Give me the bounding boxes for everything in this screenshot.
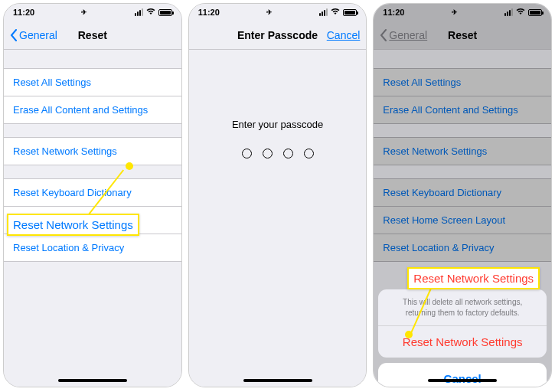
sheet-message: This will delete all network settings, r… — [378, 289, 547, 326]
annotation-callout: Reset Network Settings — [407, 267, 540, 289]
chevron-left-icon — [10, 29, 18, 41]
annotation-dot — [126, 162, 133, 170]
reset-keyboard-dictionary: Reset Keyboard Dictionary — [374, 178, 551, 207]
sheet-cancel-button[interactable]: Cancel — [378, 363, 547, 387]
status-time: 11:20 — [13, 8, 34, 17]
cellular-icon — [135, 8, 143, 16]
erase-all-content[interactable]: Erase All Content and Settings — [4, 96, 181, 124]
nav-title: Reset — [448, 29, 477, 41]
back-button[interactable]: General — [10, 29, 57, 41]
home-indicator[interactable] — [428, 379, 497, 382]
erase-all-content: Erase All Content and Settings — [374, 96, 551, 124]
back-button: General — [380, 29, 427, 41]
status-icons — [504, 8, 542, 17]
nav-title: Reset — [78, 29, 107, 41]
back-label: General — [19, 29, 57, 41]
action-sheet: This will delete all network settings, r… — [378, 289, 547, 387]
location-icon: ✈ — [266, 8, 273, 16]
status-time: 11:20 — [383, 8, 404, 17]
settings-list: Reset All Settings Erase All Content and… — [374, 68, 551, 387]
passcode-content: Enter your passcode — [189, 119, 367, 387]
reset-location-privacy: Reset Location & Privacy — [374, 234, 551, 262]
cancel-button[interactable]: Cancel — [327, 29, 361, 41]
location-icon: ✈ — [452, 8, 458, 16]
reset-all-settings[interactable]: Reset All Settings — [4, 68, 181, 96]
phone-screen-3: 11:20 ✈ General Reset Reset All Settings… — [373, 3, 552, 387]
cellular-icon — [319, 8, 328, 16]
back-label: General — [389, 29, 427, 41]
phone-screen-1: 11:20 ✈ General Reset Reset All Settings… — [3, 3, 182, 387]
nav-bar: Enter Passcode Cancel — [189, 21, 367, 50]
status-bar: 11:20 ✈ — [4, 4, 181, 21]
status-icons — [319, 8, 357, 17]
reset-home-screen-layout: Reset Home Screen Layout — [374, 206, 551, 234]
home-indicator[interactable] — [58, 379, 127, 382]
home-indicator[interactable] — [243, 379, 312, 382]
status-bar: 11:20 ✈ — [189, 4, 367, 21]
reset-network-settings[interactable]: Reset Network Settings — [4, 137, 181, 165]
phone-screen-2: 11:20 ✈ Enter Passcode Cancel Enter your… — [188, 3, 367, 387]
nav-title: Enter Passcode — [237, 29, 318, 41]
reset-all-settings: Reset All Settings — [374, 68, 551, 96]
passcode-dots[interactable] — [189, 149, 367, 158]
battery-icon — [528, 9, 542, 16]
wifi-icon — [331, 8, 340, 17]
cellular-icon — [504, 8, 513, 16]
passcode-dot — [304, 149, 314, 158]
passcode-dot — [242, 149, 252, 158]
reset-location-privacy[interactable]: Reset Location & Privacy — [4, 234, 181, 262]
passcode-prompt: Enter your passcode — [189, 119, 367, 130]
nav-bar: General Reset — [4, 21, 181, 50]
location-icon: ✈ — [81, 8, 87, 16]
annotation-callout: Reset Network Settings — [7, 214, 139, 236]
sheet-confirm-button[interactable]: Reset Network Settings — [378, 326, 547, 358]
wifi-icon — [146, 8, 155, 17]
battery-icon — [343, 9, 357, 16]
passcode-dot — [283, 149, 293, 158]
status-time: 11:20 — [198, 8, 220, 17]
passcode-dot — [263, 149, 273, 158]
status-bar: 11:20 ✈ — [374, 4, 551, 21]
reset-keyboard-dictionary[interactable]: Reset Keyboard Dictionary — [4, 178, 181, 207]
reset-network-settings: Reset Network Settings — [374, 137, 551, 165]
status-icons — [135, 8, 172, 17]
battery-icon — [158, 9, 172, 16]
wifi-icon — [516, 8, 525, 17]
chevron-left-icon — [380, 29, 387, 41]
nav-bar: General Reset — [374, 21, 551, 50]
